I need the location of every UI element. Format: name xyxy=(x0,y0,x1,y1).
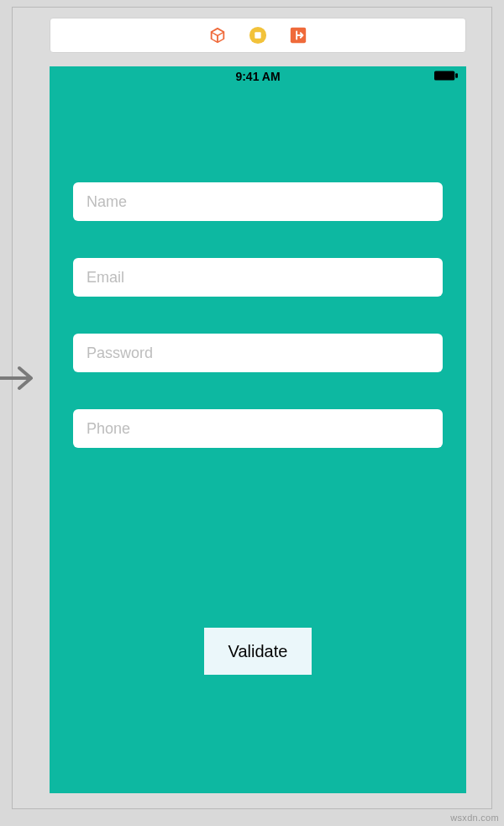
status-bar: 9:41 AM xyxy=(50,66,466,85)
validate-wrap: Validate xyxy=(73,628,443,675)
phone-field[interactable] xyxy=(73,409,443,448)
stop-circle-icon[interactable] xyxy=(249,26,267,45)
svg-rect-1 xyxy=(255,32,260,38)
validate-button[interactable]: Validate xyxy=(204,628,312,675)
phone-simulator: 9:41 AM Validate xyxy=(50,66,466,793)
editor-frame: 9:41 AM Validate xyxy=(12,7,492,809)
exit-square-icon[interactable] xyxy=(289,26,307,45)
svg-rect-4 xyxy=(455,73,458,78)
form-area: Validate xyxy=(50,85,466,675)
svg-rect-3 xyxy=(434,71,454,80)
password-field[interactable] xyxy=(73,334,443,372)
name-field[interactable] xyxy=(73,182,443,221)
email-field[interactable] xyxy=(73,258,443,297)
battery-icon xyxy=(434,70,458,80)
status-time: 9:41 AM xyxy=(235,70,280,83)
watermark-text: wsxdn.com xyxy=(450,813,499,823)
editor-toolbar xyxy=(50,18,466,53)
pointer-arrow-icon xyxy=(0,361,38,395)
box-3d-icon[interactable] xyxy=(208,26,227,45)
